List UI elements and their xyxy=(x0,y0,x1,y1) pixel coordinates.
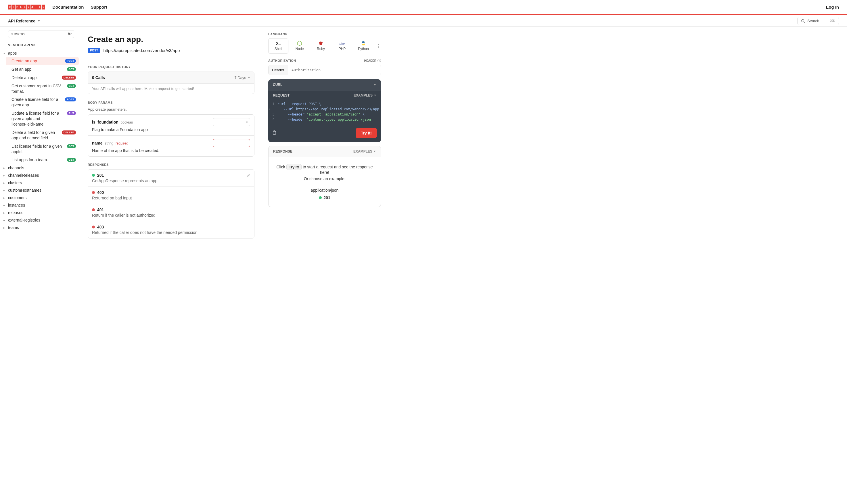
sidebar-group-releases[interactable]: ▸releases xyxy=(3,209,79,216)
api-reference-dropdown[interactable]: API Reference xyxy=(8,19,40,23)
status-dot-icon xyxy=(92,174,95,177)
api-reference-label: API Reference xyxy=(8,19,35,23)
language-python[interactable]: Python xyxy=(353,38,373,54)
caret-right-icon: ▸ xyxy=(3,226,6,229)
authorization-box: Header xyxy=(268,65,381,75)
examples-dropdown[interactable]: EXAMPLES ▼ xyxy=(354,93,376,97)
response-row-400[interactable]: 400Returned on bad input xyxy=(88,187,254,204)
language-php[interactable]: phpPHP xyxy=(332,38,352,54)
sidebar-group-label: customers xyxy=(8,195,27,200)
sidebar-endpoint[interactable]: List license fields for a given appId.GE… xyxy=(6,142,79,156)
param-input[interactable] xyxy=(213,139,250,147)
sidebar-endpoint[interactable]: Create a license field for a given app.P… xyxy=(6,95,79,109)
endpoint-name: Get customer report in CSV format. xyxy=(12,83,65,94)
sidebar-endpoint[interactable]: Get customer report in CSV format.GET xyxy=(6,82,79,96)
endpoint-line: POST https://api.replicated.com/vendor/v… xyxy=(88,48,254,53)
logo[interactable]: REPLICATED xyxy=(8,5,46,10)
sidebar-group-channels[interactable]: ▸channels xyxy=(3,164,79,172)
sidebar-endpoint[interactable]: Get an app.GET xyxy=(6,65,79,74)
response-code: 401 xyxy=(97,208,104,212)
expand-icon[interactable]: ⤢ xyxy=(247,173,250,178)
try-it-button[interactable]: Try It! xyxy=(356,128,377,138)
sidebar-group-clusters[interactable]: ▸clusters xyxy=(3,179,79,186)
svg-rect-2 xyxy=(273,131,276,134)
sidebar-endpoint[interactable]: Delete a field for a given app and named… xyxy=(6,128,79,142)
sidebar-group-apps[interactable]: ▾apps xyxy=(3,50,79,57)
response-panel-body: Click Try It! to start a request and see… xyxy=(268,157,381,207)
language-node[interactable]: Node xyxy=(289,38,310,54)
response-code: 403 xyxy=(97,225,104,229)
search-shortcut: ⌘K xyxy=(830,19,835,23)
endpoint-name: Delete a field for a given app and named… xyxy=(12,130,59,141)
response-code: 201 xyxy=(97,173,104,178)
responses-list: 201GetAppResponse represents an app.⤢400… xyxy=(88,169,254,238)
updown-icon: ▲▼ xyxy=(248,76,250,79)
history-calls: 0 Calls xyxy=(92,75,105,80)
response-code: 400 xyxy=(97,190,104,195)
code-line: 3 --header 'accept: application/json' \ xyxy=(268,112,381,117)
method-pill: GET xyxy=(67,84,76,88)
line-number: 4 xyxy=(268,117,278,122)
sidebar-endpoint[interactable]: Update a license field for a given appId… xyxy=(6,109,79,128)
response-desc: Returned on bad input xyxy=(92,196,250,200)
sidebar-endpoint[interactable]: Create an app.POST xyxy=(6,57,79,65)
logo-char: R xyxy=(8,5,12,10)
endpoint-url: https://api.replicated.com/vendor/v3/app xyxy=(103,48,180,53)
sidebar-group-teams[interactable]: ▸teams xyxy=(3,224,79,231)
sidebar-group-label: releases xyxy=(8,210,23,215)
response-examples-dropdown[interactable]: EXAMPLES ▼ xyxy=(353,149,376,154)
endpoint-name: List license fields for a given appId. xyxy=(12,144,65,155)
logo-char: D xyxy=(42,5,45,10)
method-pill: POST xyxy=(65,97,76,102)
code-text: --header 'accept: application/json' \ xyxy=(278,112,365,117)
response-desc: GetAppResponse represents an app. xyxy=(92,178,250,183)
method-pill: POST xyxy=(65,59,76,63)
sidebar-group-customHostnames[interactable]: ▸customHostnames xyxy=(3,186,79,194)
line-number: 2 xyxy=(268,107,273,112)
nav-link-documentation[interactable]: Documentation xyxy=(52,5,84,10)
auth-input[interactable] xyxy=(288,65,381,75)
history-days-label: 7 Days xyxy=(235,76,246,80)
logo-char: E xyxy=(38,5,41,10)
search-box[interactable]: Search ⌘K xyxy=(797,17,839,25)
method-pill: GET xyxy=(67,158,76,162)
sidebar-endpoint[interactable]: List apps for a team.GET xyxy=(6,156,79,164)
caret-right-icon: ▸ xyxy=(3,166,6,169)
authorization-header: AUTHORIZATION HEADER i xyxy=(268,59,381,62)
response-row-201[interactable]: 201GetAppResponse represents an app.⤢ xyxy=(88,169,254,187)
copy-button[interactable] xyxy=(272,130,276,136)
response-row-403[interactable]: 403Returned if the caller does not have … xyxy=(88,221,254,238)
language-ruby[interactable]: Ruby xyxy=(311,38,331,54)
shell-icon xyxy=(276,41,281,46)
response-mime[interactable]: application/json xyxy=(273,188,376,193)
code-block: 1curl --request POST \2 --url https://ap… xyxy=(268,100,381,125)
response-desc: Return if the caller is not authorized xyxy=(92,213,250,217)
login-link[interactable]: Log In xyxy=(826,5,839,10)
language-shell[interactable]: Shell xyxy=(268,38,288,54)
more-languages-icon[interactable]: ⋮ xyxy=(376,43,381,49)
chevron-down-icon: ▼ xyxy=(373,150,376,153)
authorization-label: AUTHORIZATION xyxy=(268,59,296,62)
param-select[interactable]: ▲▼ xyxy=(213,118,250,126)
sidebar-group-label: clusters xyxy=(8,180,22,185)
jump-to-button[interactable]: JUMP TO ⌘/ xyxy=(8,30,74,38)
curl-header[interactable]: CURL ▼ xyxy=(268,79,381,91)
sidebar-group-label: instances xyxy=(8,203,25,208)
info-icon[interactable]: i xyxy=(377,59,381,62)
nav-link-support[interactable]: Support xyxy=(91,5,107,10)
response-examples-label: EXAMPLES xyxy=(353,149,372,154)
sidebar-endpoint[interactable]: Delete an app.DELETE xyxy=(6,74,79,82)
history-days-dropdown[interactable]: 7 Days ▲▼ xyxy=(235,76,250,80)
sidebar-group-label: apps xyxy=(8,51,17,55)
logo-char: L xyxy=(19,5,23,10)
caret-right-icon: ▸ xyxy=(3,196,6,199)
response-row-401[interactable]: 401Return if the caller is not authorize… xyxy=(88,204,254,221)
status-dot-icon xyxy=(92,208,95,211)
sidebar-group-instances[interactable]: ▸instances xyxy=(3,201,79,209)
sidebar-group-customers[interactable]: ▸customers xyxy=(3,194,79,201)
response-label: RESPONSE xyxy=(273,149,293,154)
response-code-example[interactable]: 201 xyxy=(319,195,330,200)
sidebar-group-externalRegistries[interactable]: ▸externalRegistries xyxy=(3,216,79,224)
sidebar-group-channelReleases[interactable]: ▸channelReleases xyxy=(3,172,79,179)
language-row: ShellNodeRubyphpPHPPython⋮ xyxy=(268,38,381,54)
